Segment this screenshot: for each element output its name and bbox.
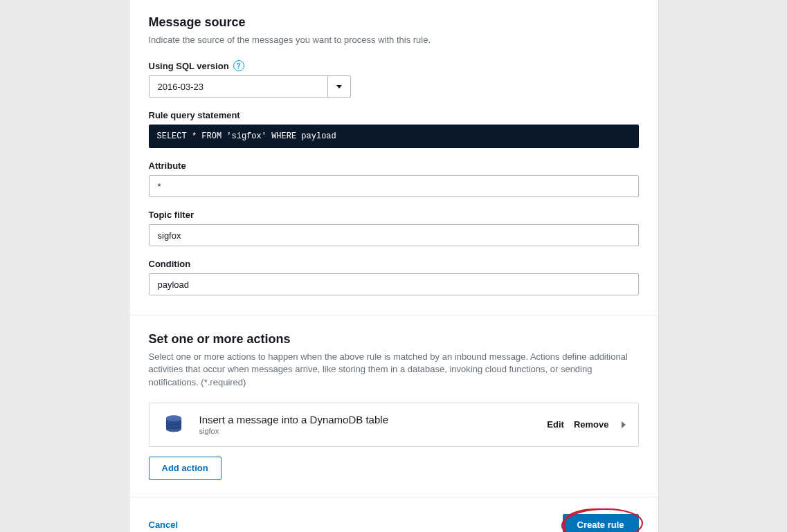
create-rule-button[interactable]: Create rule (563, 514, 639, 532)
cancel-button[interactable]: Cancel (149, 520, 179, 530)
actions-description: Select one or more actions to happen whe… (149, 351, 639, 389)
message-source-title: Message source (149, 15, 639, 30)
remove-action-link[interactable]: Remove (574, 419, 609, 430)
action-controls: Edit Remove (547, 419, 625, 430)
footer-row: Cancel Create rule (149, 514, 639, 532)
svg-point-1 (165, 415, 181, 421)
create-wrap: Create rule (563, 514, 639, 532)
sql-version-value: 2016-03-23 (149, 75, 327, 98)
condition-input[interactable] (149, 273, 639, 295)
action-text: Insert a message into a DynamoDB table s… (199, 414, 548, 435)
action-item-title: Insert a message into a DynamoDB table (199, 414, 548, 425)
sql-version-select[interactable]: 2016-03-23 (149, 75, 351, 98)
chevron-right-icon[interactable] (622, 421, 626, 428)
action-item-subtitle: sigfox (199, 427, 548, 435)
sql-version-label-text: Using SQL version (149, 61, 229, 71)
message-source-description: Indicate the source of the messages you … (149, 34, 639, 46)
add-action-button[interactable]: Add action (149, 457, 221, 480)
condition-group: Condition (149, 259, 639, 295)
condition-label: Condition (149, 259, 639, 269)
main-panel: Message source Indicate the source of th… (129, 0, 659, 532)
topic-filter-group: Topic filter (149, 210, 639, 246)
attribute-label: Attribute (149, 160, 639, 171)
sql-version-label: Using SQL version ? (149, 60, 639, 71)
attribute-input[interactable] (149, 175, 639, 197)
page-wrapper: Message source Indicate the source of th… (0, 0, 787, 532)
topic-filter-label: Topic filter (149, 210, 639, 220)
sql-version-group: Using SQL version ? 2016-03-23 (149, 60, 639, 98)
topic-filter-input[interactable] (149, 224, 639, 246)
action-card: Insert a message into a DynamoDB table s… (149, 403, 639, 447)
sql-version-caret[interactable] (327, 75, 351, 98)
actions-title: Set one or more actions (149, 332, 639, 347)
edit-action-link[interactable]: Edit (547, 419, 564, 430)
section-footer: Cancel Create rule (129, 497, 658, 532)
query-statement-code: SELECT * FROM 'sigfox' WHERE payload (149, 125, 639, 148)
section-actions: Set one or more actions Select one or mo… (129, 315, 658, 497)
query-statement-label: Rule query statement (149, 110, 639, 120)
dynamodb-icon (162, 413, 186, 437)
query-statement-group: Rule query statement SELECT * FROM 'sigf… (149, 110, 639, 148)
section-message-source: Message source Indicate the source of th… (129, 0, 658, 315)
info-icon[interactable]: ? (233, 60, 244, 71)
chevron-down-icon (336, 85, 342, 89)
attribute-group: Attribute (149, 160, 639, 197)
